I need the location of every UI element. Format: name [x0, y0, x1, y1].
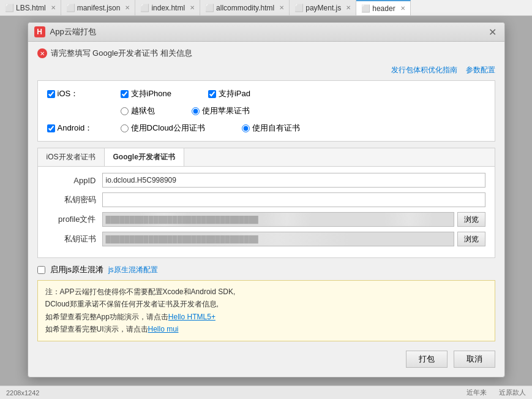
tab-allcommodity[interactable]: ⬜ allcommodity.html ✕ [200, 0, 290, 15]
own-cert-radio[interactable] [242, 124, 250, 132]
android-label: Android： [58, 123, 93, 134]
html-icon: ⬜ [5, 4, 13, 12]
dcloud-cert-label: 使用DCloud公用证书 [131, 123, 205, 134]
error-icon: ✕ [37, 48, 47, 58]
private-cert-row: 私钥证书 ████████████████████████████████ 浏览 [47, 232, 485, 246]
tab-close-allcommodity[interactable]: ✕ [279, 4, 284, 11]
error-message: 请完整填写 Google开发者证书 相关信息 [51, 48, 192, 59]
apple-cert-radio-group: 使用苹果证书 [192, 105, 250, 116]
options-row-1: iOS： 支持iPhone 支持iPad [47, 88, 485, 99]
options-area: iOS： 支持iPhone 支持iPad [37, 80, 495, 142]
error-banner: ✕ 请完整填写 Google开发者证书 相关信息 [37, 48, 495, 59]
profile-row: profile文件 ██████████████████████████████… [47, 212, 485, 227]
appid-input[interactable] [102, 173, 485, 188]
pack-button[interactable]: 打包 [406, 351, 448, 368]
modal-title: App云端打包 [50, 26, 487, 37]
appid-row: AppID [47, 173, 485, 188]
tab-bar: ⬜ LBS.html ✕ ⬜ manifest.json ✕ ⬜ index.h… [0, 0, 532, 16]
ipad-label: 支持iPad [219, 88, 250, 99]
js-obfuscation-row: 启用js原生混淆 js原生混淆配置 [37, 264, 495, 275]
cert-section: iOS开发者证书 Google开发者证书 AppID 私钥密码 [37, 148, 495, 258]
own-cert-label: 使用自有证书 [252, 123, 300, 134]
profile-label: profile文件 [47, 214, 102, 225]
tab-index[interactable]: ⬜ index.html ✕ [135, 0, 200, 15]
notice-box: 注：APP云端打包使得你不需要配置Xcode和Android SDK, DClo… [37, 280, 495, 341]
profile-browse-button[interactable]: 浏览 [457, 212, 485, 227]
html-icon-2: ⬜ [140, 4, 149, 12]
options-row-2: 越狱包 使用苹果证书 [47, 105, 485, 116]
modal-body: ✕ 请完整填写 Google开发者证书 相关信息 发行包体积优化指南 参数配置 … [28, 42, 504, 377]
cert-tabs: iOS开发者证书 Google开发者证书 [38, 148, 495, 167]
options-row-3: Android： 使用DCloud公用证书 使用自有证书 [47, 123, 485, 134]
js-obfuscation-link[interactable]: js原生混淆配置 [108, 265, 158, 275]
iphone-radio-group: 支持iPhone [121, 88, 171, 99]
ios-checkbox-group: iOS： [47, 88, 121, 99]
private-cert-label: 私钥证书 [47, 234, 102, 245]
cert-form: AppID 私钥密码 profile文件 ████████████ [38, 167, 495, 257]
tab-header[interactable]: ⬜ header ✕ [356, 0, 410, 15]
tab-payment[interactable]: ⬜ payMent.js ✕ [290, 0, 356, 15]
own-cert-radio-group: 使用自有证书 [242, 123, 300, 134]
bottom-resolution: 2208x1242 [6, 389, 39, 397]
bottom-prev[interactable]: 近年来 [466, 388, 487, 397]
link-params[interactable]: 参数配置 [466, 66, 495, 74]
modal-titlebar: H App云端打包 ✕ [28, 23, 504, 42]
links-row: 发行包体积优化指南 参数配置 [37, 65, 495, 75]
link-optimization[interactable]: 发行包体积优化指南 [391, 66, 457, 74]
iphone-label: 支持iPhone [131, 88, 171, 99]
cancel-button[interactable]: 取消 [454, 351, 495, 368]
cert-tab-google[interactable]: Google开发者证书 [105, 148, 184, 166]
dcloud-cert-radio[interactable] [121, 124, 129, 132]
iphone-checkbox[interactable] [121, 90, 129, 98]
editor-area: H App云端打包 ✕ ✕ 请完整填写 Google开发者证书 相关信息 发行包… [0, 16, 532, 399]
profile-display: ████████████████████████████████ [102, 212, 454, 227]
jailbreak-radio-group: 越狱包 [121, 105, 155, 116]
js-obfuscation-label: 启用js原生混淆 [50, 264, 103, 275]
tab-manifest[interactable]: ⬜ manifest.json ✕ [61, 0, 136, 15]
notice-line3: 如希望查看完整App功能演示，请点击 [45, 313, 168, 321]
private-key-row: 私钥密码 [47, 192, 485, 207]
modal-overlay: H App云端打包 ✕ ✕ 请完整填写 Google开发者证书 相关信息 发行包… [0, 16, 532, 399]
ios-label: iOS： [58, 88, 79, 99]
bottom-next[interactable]: 近原款人 [499, 388, 526, 397]
apple-cert-label: 使用苹果证书 [202, 105, 250, 116]
modal-close-button[interactable]: ✕ [487, 26, 498, 37]
tab-close-payment[interactable]: ✕ [346, 4, 351, 11]
dcloud-cert-radio-group: 使用DCloud公用证书 [121, 123, 205, 134]
json-icon: ⬜ [66, 4, 75, 12]
html-icon-3: ⬜ [205, 4, 214, 12]
tab-close-manifest[interactable]: ✕ [125, 4, 130, 11]
android-checkbox-group: Android： [47, 123, 121, 134]
ios-checkbox[interactable] [47, 90, 55, 98]
ipad-checkbox[interactable] [208, 90, 216, 98]
action-row: 打包 取消 [37, 348, 495, 371]
private-cert-browse-button[interactable]: 浏览 [457, 232, 485, 246]
android-checkbox[interactable] [47, 124, 55, 132]
tab-close-lbs[interactable]: ✕ [51, 4, 56, 11]
private-cert-display: ████████████████████████████████ [102, 232, 454, 246]
notice-link1[interactable]: Hello HTML5+ [168, 313, 215, 321]
html-icon-4: ⬜ [361, 4, 370, 13]
js-obfuscation-checkbox[interactable] [37, 266, 45, 274]
modal-dialog: H App云端打包 ✕ ✕ 请完整填写 Google开发者证书 相关信息 发行包… [28, 22, 505, 378]
notice-link2[interactable]: Hello mui [148, 325, 179, 333]
notice-line4: 如希望查看完整UI演示，请点击 [45, 325, 148, 333]
tab-close-header[interactable]: ✕ [400, 5, 405, 12]
notice-line2: DCloud郑重承诺不保留任何开发者证书及开发者信息, [45, 300, 219, 308]
js-icon: ⬜ [294, 4, 303, 12]
appid-label: AppID [47, 176, 102, 185]
private-key-label: 私钥密码 [47, 194, 102, 205]
jailbreak-radio[interactable] [121, 107, 129, 115]
tab-lbs[interactable]: ⬜ LBS.html ✕ [0, 0, 61, 15]
tab-close-index[interactable]: ✕ [190, 4, 195, 11]
modal-app-icon: H [34, 26, 45, 37]
cert-tab-ios[interactable]: iOS开发者证书 [38, 148, 105, 166]
jailbreak-label: 越狱包 [131, 105, 155, 116]
private-key-input[interactable] [102, 192, 485, 207]
notice-line1: 注：APP云端打包使得你不需要配置Xcode和Android SDK, [45, 287, 236, 296]
ipad-radio-group: 支持iPad [208, 88, 250, 99]
bottom-bar: 2208x1242 近年来 近原款人 [0, 386, 532, 399]
apple-cert-radio[interactable] [192, 107, 200, 115]
